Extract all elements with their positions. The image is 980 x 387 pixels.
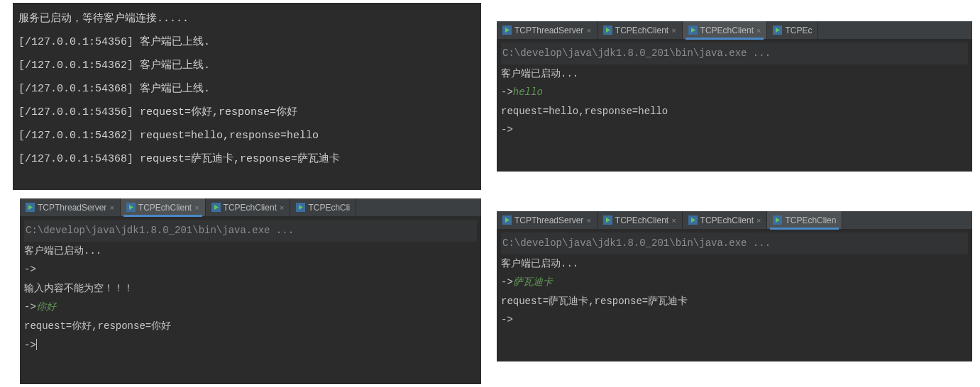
tab-label: TCPEchClient [224,203,277,213]
log-line: request=萨瓦迪卡,response=萨瓦迪卡 [501,292,968,311]
client-console-sawadika: TCPThreadServer × TCPEchClient × TCPEchC… [497,211,972,361]
close-icon[interactable]: × [756,26,761,35]
tab-label: TCPThreadServer [514,215,583,225]
caret-icon [36,339,37,350]
close-icon[interactable]: × [671,216,676,225]
log-line: [/127.0.0.1:54362] request=hello,respons… [18,124,475,147]
run-icon [773,215,782,225]
run-icon [773,26,782,35]
log-line: ->hello [501,83,968,102]
tab-client[interactable]: TCPEchCli [290,198,356,216]
log-line: [/127.0.0.1:54368] request=萨瓦迪卡,response… [18,147,475,171]
tab-client[interactable]: TCPEchClient × [121,198,206,216]
client-console-nihao: TCPThreadServer × TCPEchClient × TCPEchC… [20,198,481,384]
user-input: 萨瓦迪卡 [513,276,553,288]
log-line: 输入内容不能为空！！！ [24,279,477,298]
log-line: -> [24,336,477,355]
tab-client[interactable]: TCPEchClient × [683,211,768,229]
java-command: C:\develop\java\jdk1.8.0_201\bin\java.ex… [501,43,968,64]
tab-label: TCPEchClient [700,26,754,35]
console-output: 服务已启动，等待客户端连接..... [/127.0.0.1:54356] 客户… [13,3,481,175]
tab-client[interactable]: TCPEchClient × [598,21,683,39]
log-line: ->你好 [24,298,477,317]
close-icon[interactable]: × [280,203,284,212]
run-icon [688,26,698,35]
run-icon [502,215,512,225]
prompt: -> [501,86,513,98]
run-icon [688,215,698,225]
java-command: C:\develop\java\jdk1.8.0_201\bin\java.ex… [24,220,477,242]
prompt: -> [501,276,513,288]
log-line: -> [501,120,968,140]
console-output: C:\develop\java\jdk1.8.0_201\bin\java.ex… [497,230,972,334]
run-icon [26,203,35,212]
tab-client[interactable]: TCPEchClien [767,211,842,229]
tab-strip: TCPThreadServer × TCPEchClient × TCPEchC… [497,211,972,230]
log-line: -> [501,310,968,330]
tab-client[interactable]: TCPEchClient × [683,21,768,39]
log-line: request=你好,response=你好 [24,317,477,336]
server-console: 服务已启动，等待客户端连接..... [/127.0.0.1:54356] 客户… [13,3,481,190]
tab-label: TCPEchCli [308,203,350,213]
run-icon [502,26,512,35]
log-line: request=hello,response=hello [501,102,968,121]
java-command: C:\develop\java\jdk1.8.0_201\bin\java.ex… [501,232,968,254]
tab-label: TCPEchClient [615,215,668,225]
tab-server[interactable]: TCPThreadServer × [20,198,121,216]
log-line: 客户端已启动... [501,254,968,274]
log-line: [/127.0.0.1:54356] 客户端已上线. [18,30,475,54]
close-icon[interactable]: × [671,26,676,35]
prompt: -> [24,340,36,351]
user-input: hello [513,86,543,98]
tab-server[interactable]: TCPThreadServer × [497,21,598,39]
tab-strip: TCPThreadServer × TCPEchClient × TCPEchC… [20,198,481,217]
tab-strip: TCPThreadServer × TCPEchClient × TCPEchC… [497,21,972,40]
run-icon [603,26,612,35]
log-line: ->萨瓦迪卡 [501,273,968,292]
tab-label: TCPEchClient [615,26,668,35]
console-output: C:\develop\java\jdk1.8.0_201\bin\java.ex… [20,217,481,359]
close-icon[interactable]: × [194,203,199,212]
tab-label: TCPThreadServer [514,26,583,35]
log-line: [/127.0.0.1:54362] 客户端已上线. [18,54,475,77]
user-input: 你好 [36,301,56,313]
prompt: -> [24,301,36,313]
run-icon [211,203,221,212]
tab-client[interactable]: TCPEchClient × [598,211,683,229]
tab-label: TCPEchClien [785,215,836,225]
log-line: [/127.0.0.1:54368] 客户端已上线. [18,77,475,101]
log-line: 客户端已启动... [501,64,968,84]
log-line: 客户端已启动... [24,242,477,261]
tab-label: TCPEchClient [700,215,754,225]
tab-label: TCPThreadServer [38,203,106,213]
run-icon [296,203,305,212]
run-icon [603,215,612,225]
tab-client[interactable]: TCPEchClient × [206,198,291,216]
log-line: 服务已启动，等待客户端连接..... [18,7,475,30]
close-icon[interactable]: × [586,26,590,35]
log-line: -> [24,260,477,279]
console-output: C:\develop\java\jdk1.8.0_201\bin\java.ex… [497,40,972,144]
close-icon[interactable]: × [756,216,761,225]
run-icon [126,203,136,212]
client-console-hello: TCPThreadServer × TCPEchClient × TCPEchC… [497,21,972,172]
tab-server[interactable]: TCPThreadServer × [497,211,598,229]
tab-client[interactable]: TCPEc [767,21,818,39]
close-icon[interactable]: × [109,203,114,212]
log-line: [/127.0.0.1:54356] request=你好,response=你… [18,101,475,124]
close-icon[interactable]: × [586,216,590,225]
tab-label: TCPEchClient [138,203,192,213]
tab-label: TCPEc [785,26,812,35]
